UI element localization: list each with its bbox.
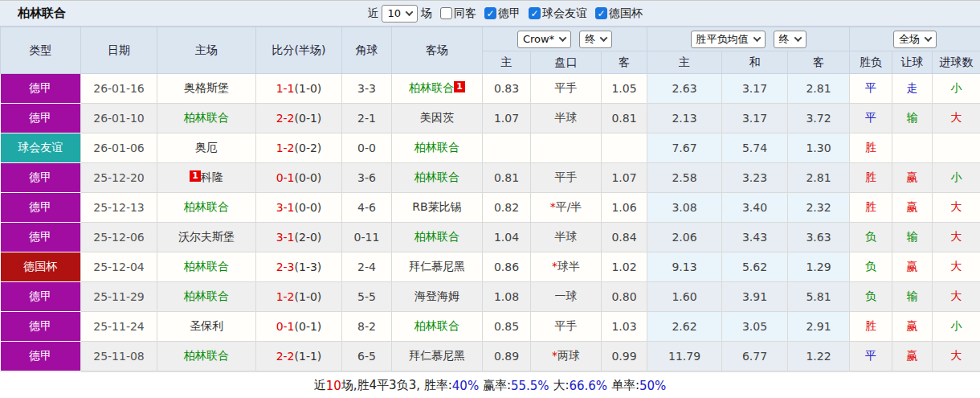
euro-home-odds: 1.60 — [647, 282, 722, 312]
euro-home-odds: 7.67 — [647, 133, 722, 163]
score-cell: 2-2(1-1) — [256, 342, 342, 371]
team-name: 沃尔夫斯堡 — [178, 230, 235, 243]
away-team-cell: 海登海姆 — [392, 282, 483, 312]
chevron-down-icon — [753, 34, 761, 42]
scope-select[interactable]: 全场 — [893, 31, 937, 48]
score-cell: 3-1(2-0) — [256, 223, 342, 252]
league-cell: 德甲 — [1, 282, 81, 312]
match-history-table: 类型 日期 主场 比分(半场) 角球 客场 Crow* 终 胜平负均值 终 — [0, 27, 980, 371]
asian-home-odds — [483, 133, 531, 163]
euro-draw-odds: 3.91 — [722, 282, 788, 312]
asian-handicap: 一球 — [531, 282, 602, 312]
sub-header-asian-home: 主 — [483, 51, 531, 74]
sub-header-euro-draw: 和 — [722, 51, 788, 74]
chevron-down-icon — [925, 34, 933, 42]
same-away-checkbox[interactable] — [440, 7, 452, 19]
home-team-cell: 柏林联合 — [157, 252, 256, 282]
goals-result-cell: 大 — [933, 342, 980, 371]
corner-cell: 2-4 — [342, 252, 392, 282]
red-card-badge: 1 — [190, 170, 201, 182]
team-name: 柏林联合 — [409, 81, 454, 94]
date-cell: 26-01-06 — [81, 133, 157, 163]
euro-away-odds: 2.32 — [788, 193, 850, 223]
asian-away-odds — [602, 133, 647, 163]
league-cell: 德甲 — [1, 104, 81, 133]
corner-cell: 0-11 — [342, 223, 392, 252]
handicap-result-cell: 赢 — [892, 312, 933, 342]
euro-away-odds: 3.63 — [788, 223, 850, 252]
summary-segment: 赢率: — [479, 378, 511, 393]
asian-odds-company-select[interactable]: Crow* — [517, 31, 571, 48]
goals-result-cell: 大 — [933, 252, 980, 282]
date-cell: 25-11-29 — [81, 282, 157, 312]
league-cell: 德甲 — [1, 223, 81, 252]
league-friendly-checkbox[interactable] — [529, 7, 541, 19]
result-cell: 胜 — [850, 133, 892, 163]
euro-odds-group-header: 胜平负均值 终 — [647, 27, 850, 51]
score-cell: 3-1(0-0) — [256, 193, 342, 223]
league-cell: 德甲 — [1, 74, 81, 104]
result-cell: 负 — [850, 223, 892, 252]
league-dejia-checkbox[interactable] — [484, 7, 496, 19]
league-cup-label: 德国杯 — [609, 6, 643, 21]
score-cell: 1-2(1-0) — [256, 282, 342, 312]
away-team-cell: 柏林联合 — [392, 163, 483, 193]
sub-header-handicap-result: 让球 — [892, 51, 933, 74]
summary-segment: 大: — [549, 378, 570, 393]
match-row: 德甲25-12-13柏林联合3-1(0-0)4-6RB莱比锡0.82*平/半1.… — [1, 193, 980, 223]
asian-away-odds: 1.02 — [602, 252, 647, 282]
sub-header-result: 胜负 — [850, 51, 892, 74]
match-row: 德甲25-12-06沃尔夫斯堡3-1(2-0)0-11柏林联合1.04半球0.8… — [1, 223, 980, 252]
sub-header-asian-away: 客 — [602, 51, 647, 74]
filter-controls: 近 10 场 同客 德甲 球会友谊 德国杯 — [364, 5, 643, 23]
euro-away-odds: 2.91 — [788, 312, 850, 342]
euro-draw-odds: 6.77 — [722, 342, 788, 371]
team-name: RB莱比锡 — [412, 200, 461, 213]
away-team-cell: 美因茨 — [392, 104, 483, 133]
asian-handicap — [531, 133, 602, 163]
match-row: 德甲25-11-24圣保利0-1(0-1)8-2柏林联合0.85平手1.032.… — [1, 312, 980, 342]
euro-home-odds: 3.08 — [647, 193, 722, 223]
home-team-cell: 沃尔夫斯堡 — [157, 223, 256, 252]
asian-odds-time-select[interactable]: 终 — [579, 31, 612, 48]
home-team-cell: 圣保利 — [157, 312, 256, 342]
asian-home-odds: 0.82 — [483, 193, 531, 223]
match-history-panel: 柏林联合 近 10 场 同客 德甲 球会友谊 德国杯 — [0, 0, 980, 398]
euro-away-odds: 1.30 — [788, 133, 850, 163]
euro-draw-odds: 5.74 — [722, 133, 788, 163]
matches-label: 场 — [421, 6, 432, 21]
result-cell: 负 — [850, 282, 892, 312]
euro-odds-type-select[interactable]: 胜平负均值 — [691, 31, 766, 48]
home-team-cell: 柏林联合 — [157, 193, 256, 223]
asian-home-odds: 1.07 — [483, 104, 531, 133]
league-friendly-filter: 球会友谊 — [529, 6, 587, 21]
asian-away-odds: 0.84 — [602, 223, 647, 252]
home-team-cell: 1科隆 — [157, 163, 256, 193]
sub-header-goals: 进球数 — [933, 51, 980, 74]
asian-away-odds: 0.81 — [602, 104, 647, 133]
result-cell: 胜 — [850, 312, 892, 342]
euro-odds-time-select[interactable]: 终 — [774, 31, 806, 48]
league-cup-checkbox[interactable] — [595, 7, 607, 19]
sub-header-euro-away: 客 — [788, 51, 850, 74]
home-team-cell: 奥厄 — [157, 133, 256, 163]
match-row: 球会友谊26-01-06奥厄1-2(0-2)0-0柏林联合7.675.741.3… — [1, 133, 980, 163]
summary-segment: 场,胜4平3负3, 胜率: — [341, 378, 452, 393]
asian-home-odds: 1.04 — [483, 223, 531, 252]
goals-result-cell — [933, 133, 980, 163]
team-name: 奥厄 — [195, 141, 218, 154]
date-cell: 25-12-13 — [81, 193, 157, 223]
team-name: 圣保利 — [190, 319, 223, 332]
team-name: 海登海姆 — [414, 289, 459, 302]
corner-cell: 4-6 — [342, 193, 392, 223]
euro-home-odds: 2.06 — [647, 223, 722, 252]
asian-away-odds: 0.80 — [602, 282, 647, 312]
col-header-corner: 角球 — [342, 27, 392, 74]
result-cell: 平 — [850, 342, 892, 371]
asian-away-odds: 1.06 — [602, 193, 647, 223]
col-header-score: 比分(半场) — [256, 27, 342, 74]
euro-draw-odds: 3.23 — [722, 163, 788, 193]
recent-count-select[interactable]: 10 — [382, 5, 418, 23]
league-cell: 德甲 — [1, 312, 81, 342]
team-name: 柏林联合 — [414, 170, 459, 183]
